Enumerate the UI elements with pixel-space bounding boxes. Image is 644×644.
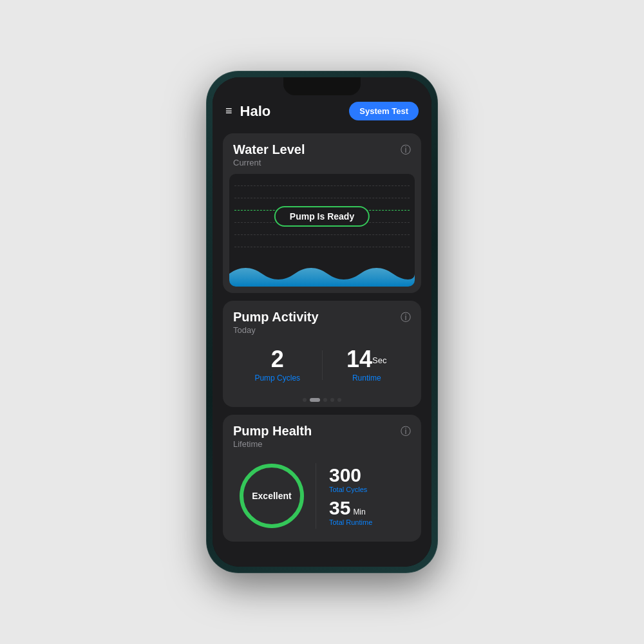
- pump-activity-title-group: Pump Activity Today: [233, 310, 319, 335]
- total-cycles-label: Total Cycles: [329, 486, 411, 493]
- runtime-value: 14: [346, 346, 372, 372]
- pump-health-title-group: Pump Health Lifetime: [233, 424, 312, 449]
- dot-3: [323, 398, 327, 402]
- dot-2-active: [310, 398, 320, 402]
- phone-frame: ≡ Halo System Test Water Level Current ⓘ: [206, 71, 438, 573]
- pump-ready-badge: Pump Is Ready: [274, 206, 370, 227]
- health-label: Excellent: [252, 491, 291, 501]
- water-wave: [229, 261, 415, 287]
- pump-health-info-icon[interactable]: ⓘ: [401, 425, 411, 439]
- total-runtime-stat: 35 Min Total Runtime: [329, 498, 411, 526]
- water-level-info-icon[interactable]: ⓘ: [401, 144, 411, 157]
- pump-activity-info-icon[interactable]: ⓘ: [401, 311, 411, 325]
- pump-cycles-value: 2: [233, 348, 322, 371]
- water-level-visual: Pump Is Ready: [229, 174, 415, 287]
- dot-5: [337, 398, 341, 402]
- total-runtime-label: Total Runtime: [329, 518, 411, 526]
- dashed-line-2: [234, 198, 410, 198]
- water-level-title-group: Water Level Current: [233, 142, 305, 167]
- water-level-title: Water Level: [233, 142, 305, 156]
- pagination-dots: [223, 393, 421, 407]
- water-level-subtitle: Current: [233, 158, 305, 167]
- dashed-line-5: [234, 247, 410, 247]
- total-runtime-unit: Min: [353, 507, 365, 516]
- dot-4: [330, 398, 334, 402]
- pump-cycles-stat: 2 Pump Cycles: [233, 348, 322, 383]
- runtime-label: Runtime: [323, 374, 412, 383]
- system-test-button[interactable]: System Test: [349, 102, 419, 120]
- total-cycles-stat: 300 Total Cycles: [329, 466, 411, 493]
- notch: [283, 77, 361, 95]
- health-circle: Excellent: [240, 464, 304, 528]
- dashed-line-1: [234, 185, 410, 186]
- pump-health-title: Pump Health: [233, 424, 312, 438]
- total-cycles-value: 300: [329, 466, 361, 485]
- hamburger-icon[interactable]: ≡: [225, 104, 232, 118]
- pump-health-card: Pump Health Lifetime ⓘ Excellent: [223, 415, 421, 542]
- total-cycles-value-row: 300: [329, 466, 411, 485]
- total-runtime-value: 35: [329, 498, 350, 518]
- dashed-line-4: [234, 234, 410, 235]
- pump-activity-card: Pump Activity Today ⓘ 2 Pump Cycles: [223, 301, 421, 407]
- runtime-unit: Sec: [372, 355, 386, 365]
- dot-1: [303, 398, 307, 402]
- pump-health-card-header: Pump Health Lifetime ⓘ: [223, 415, 421, 455]
- phone-screen: ≡ Halo System Test Water Level Current ⓘ: [213, 77, 431, 567]
- pump-activity-card-header: Pump Activity Today ⓘ: [223, 301, 421, 341]
- content-area: Water Level Current ⓘ: [213, 128, 431, 566]
- runtime-stat: 14Sec Runtime: [323, 348, 412, 383]
- pump-stats: 2 Pump Cycles 14Sec Runtime: [223, 341, 421, 393]
- water-level-card: Water Level Current ⓘ: [223, 133, 421, 293]
- app-title: Halo: [240, 103, 271, 120]
- total-runtime-value-row: 35 Min: [329, 498, 411, 518]
- pump-health-subtitle: Lifetime: [233, 439, 312, 449]
- screen: ≡ Halo System Test Water Level Current ⓘ: [213, 77, 431, 567]
- pump-activity-subtitle: Today: [233, 325, 319, 335]
- runtime-value-group: 14Sec: [323, 348, 412, 371]
- pump-activity-title: Pump Activity: [233, 310, 319, 324]
- pump-health-content: Excellent 300 Total Cycles: [223, 455, 421, 542]
- water-level-card-header: Water Level Current ⓘ: [223, 133, 421, 174]
- pump-cycles-label: Pump Cycles: [233, 374, 322, 383]
- health-divider: [316, 463, 316, 529]
- health-circle-wrap: Excellent: [233, 460, 310, 531]
- health-stats: 300 Total Cycles 35 Min Total Runtime: [321, 460, 411, 531]
- header-left: ≡ Halo: [225, 103, 270, 120]
